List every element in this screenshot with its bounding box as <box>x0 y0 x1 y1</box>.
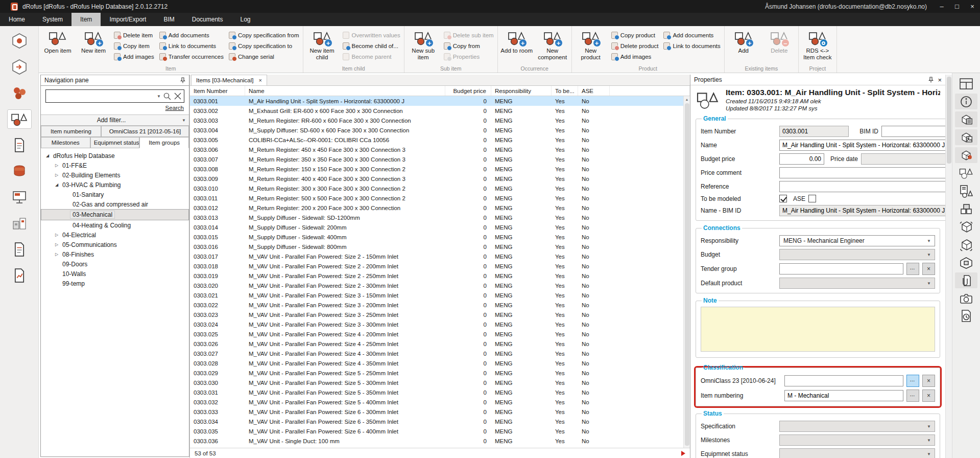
table-row[interactable]: 0303.011 M_Return Register: 500 x 500 Fa… <box>190 193 690 203</box>
link-to-documents-button[interactable]: Link to documents <box>662 41 721 50</box>
table-row[interactable]: 0303.034 M_VAV Unit - Parallel Fan Power… <box>190 417 690 426</box>
table-row[interactable]: 0303.030 M_VAV Unit - Parallel Fan Power… <box>190 378 690 387</box>
item-image-icon[interactable] <box>955 129 977 145</box>
note-textarea[interactable] <box>701 307 935 352</box>
hex-arrow-icon[interactable] <box>7 57 32 77</box>
tree-node[interactable]: ◢ dRofus Help Database <box>41 151 189 161</box>
specs-icon[interactable] <box>7 240 32 259</box>
table-row[interactable]: 0303.009 M_Return Register: 400 x 400 Fa… <box>190 174 690 184</box>
tree-expander-icon[interactable]: ▷ <box>54 233 59 237</box>
tender-group-browse-button[interactable]: ▪▪▪ <box>906 263 919 275</box>
table-row[interactable]: 0303.017 M_VAV Unit - Parallel Fan Power… <box>190 251 690 261</box>
add-images-button[interactable]: Add images <box>113 52 155 61</box>
attachment-icon[interactable] <box>955 272 977 288</box>
reports-icon[interactable] <box>7 266 32 285</box>
milestones-select[interactable]: ▼ <box>779 434 935 446</box>
table-row[interactable]: 0303.025 M_VAV Unit - Parallel Fan Power… <box>190 329 690 339</box>
new-item-child-button[interactable]: + New item child <box>306 27 339 65</box>
overwritten-values-button[interactable]: Overwritten values <box>342 31 401 39</box>
budget-price-field[interactable] <box>779 153 824 165</box>
copy-specification-to-button[interactable]: Copy specification to <box>228 41 300 50</box>
tree-node[interactable]: ▷ 05-Communications <box>41 240 189 249</box>
tree-node[interactable]: 10-Walls <box>41 269 189 279</box>
tree-node[interactable]: ▷ 08-Finishes <box>41 249 189 259</box>
bim-id-field[interactable] <box>881 126 945 137</box>
close-panel-icon[interactable]: × <box>938 76 942 84</box>
ase-checkbox[interactable] <box>808 195 816 202</box>
item-shapes-icon[interactable] <box>955 165 977 181</box>
tender-group-clear-button[interactable]: × <box>922 263 935 275</box>
tree-node[interactable]: 01-Sanitary <box>41 190 189 199</box>
add-to-room-button[interactable]: + Add to room <box>500 27 533 65</box>
col-ase[interactable]: ASE <box>578 86 610 96</box>
delete-button[interactable]: – Delete <box>763 27 796 65</box>
search-link[interactable]: Search <box>165 105 184 111</box>
finance-icon[interactable] <box>7 162 32 181</box>
tender-group-field[interactable] <box>779 263 903 274</box>
table-row[interactable]: 0303.008 M_Return Register: 150 x 150 Fa… <box>190 164 690 174</box>
omniclass-clear-button[interactable]: × <box>922 375 935 387</box>
item-data-icon[interactable] <box>955 111 977 127</box>
add-filter-button[interactable]: Add filter... ▼ <box>41 114 189 126</box>
tree-node[interactable]: 03-Mechanical <box>41 209 189 220</box>
menu-item[interactable]: BIM <box>155 13 183 26</box>
pin-icon[interactable] <box>180 77 185 83</box>
tree-node[interactable]: 09-Doors <box>41 259 189 269</box>
tree-expander-icon[interactable]: ▷ <box>54 163 59 168</box>
new-sub-item-button[interactable]: + New sub item <box>407 27 440 65</box>
chevron-down-icon[interactable]: ▼ <box>157 94 161 99</box>
copy-product-button[interactable]: Copy product <box>610 31 660 39</box>
transfer-occurrences-button[interactable]: Transfer occurrences <box>158 52 225 61</box>
new-product-button[interactable]: + New product <box>575 27 607 65</box>
table-row[interactable]: 0303.031 M_VAV Unit - Parallel Fan Power… <box>190 387 690 397</box>
table-row[interactable]: 0303.013 M_Supply Diffuser - Sidewall: S… <box>190 213 690 222</box>
add-button[interactable]: + Add <box>727 27 760 65</box>
tree-expander-icon[interactable]: ◢ <box>54 182 59 187</box>
nav-tab[interactable]: Milestones <box>41 137 90 148</box>
properties-button[interactable]: Properties <box>443 52 495 61</box>
hex-module-icon[interactable] <box>7 31 32 51</box>
table-row[interactable]: 0303.026 M_VAV Unit - Parallel Fan Power… <box>190 339 690 349</box>
table-row[interactable]: 0303.014 M_Supply Diffuser - Sidewall: 2… <box>190 222 690 232</box>
table-row[interactable]: 0303.006 M_Return Register: 450 x 450 Fa… <box>190 145 690 154</box>
info-icon[interactable] <box>955 94 977 109</box>
table-row[interactable]: 0303.023 M_VAV Unit - Parallel Fan Power… <box>190 310 690 319</box>
menu-item[interactable]: Import/Export <box>101 13 155 26</box>
menu-item[interactable]: System <box>34 13 71 26</box>
search-input[interactable] <box>49 93 155 100</box>
default-product-select[interactable]: ▼ <box>779 278 935 289</box>
link-to-documents-button[interactable]: Link to documents <box>158 41 225 50</box>
table-row[interactable]: 0303.036 M_VAV Unit - Single Duct: 100 m… <box>190 436 690 446</box>
price-comment-field[interactable] <box>779 167 945 178</box>
scrollbar-thumb[interactable] <box>685 103 689 446</box>
documents-module-icon[interactable] <box>7 135 32 155</box>
name-field[interactable] <box>779 140 945 151</box>
col-name[interactable]: Name <box>245 86 445 96</box>
item-numbering-browse-button[interactable]: ▪▪▪ <box>906 390 919 402</box>
tree-expander-icon[interactable]: ▷ <box>54 173 59 177</box>
equipment-status-select[interactable]: ▼ <box>779 448 935 458</box>
screens-icon[interactable] <box>7 188 32 207</box>
table-row[interactable]: 0303.024 M_VAV Unit - Parallel Fan Power… <box>190 319 690 329</box>
camera-icon[interactable] <box>955 290 977 306</box>
tree-node[interactable]: 04-Heating & Cooling <box>41 220 189 230</box>
table-row[interactable]: 0303.022 M_VAV Unit - Parallel Fan Power… <box>190 300 690 310</box>
copy-item-button[interactable]: Copy item <box>113 41 155 50</box>
table-row[interactable]: 0303.003 M_Return Register: RR-600 x 600… <box>190 116 690 125</box>
copy-specification-from-button[interactable]: Copy specification from <box>228 31 300 39</box>
tree-node[interactable]: ▷ 04-Electrical <box>41 230 189 240</box>
omniclass-field[interactable] <box>784 375 903 386</box>
tree-expander-icon[interactable]: ▷ <box>54 252 59 257</box>
table-row[interactable]: 0303.032 M_VAV Unit - Parallel Fan Power… <box>190 397 690 407</box>
close-tab-icon[interactable]: × <box>259 77 262 83</box>
table-row[interactable]: 0303.035 M_VAV Unit - Parallel Fan Power… <box>190 426 690 436</box>
delete-item-button[interactable]: Delete item <box>113 31 155 39</box>
scroll-up-icon[interactable]: ▲ <box>685 96 689 101</box>
buildings-icon[interactable] <box>7 214 32 233</box>
table-row[interactable]: 0303.015 M_Supply Diffuser - Sidewall: 4… <box>190 232 690 242</box>
products-icon[interactable] <box>955 201 977 217</box>
table-row[interactable]: 0303.033 M_VAV Unit - Parallel Fan Power… <box>190 407 690 417</box>
add-images-button[interactable]: Add images <box>610 52 660 61</box>
menu-item[interactable]: Item <box>71 13 101 26</box>
omniclass-browse-button[interactable]: ▪▪▪ <box>906 375 919 387</box>
